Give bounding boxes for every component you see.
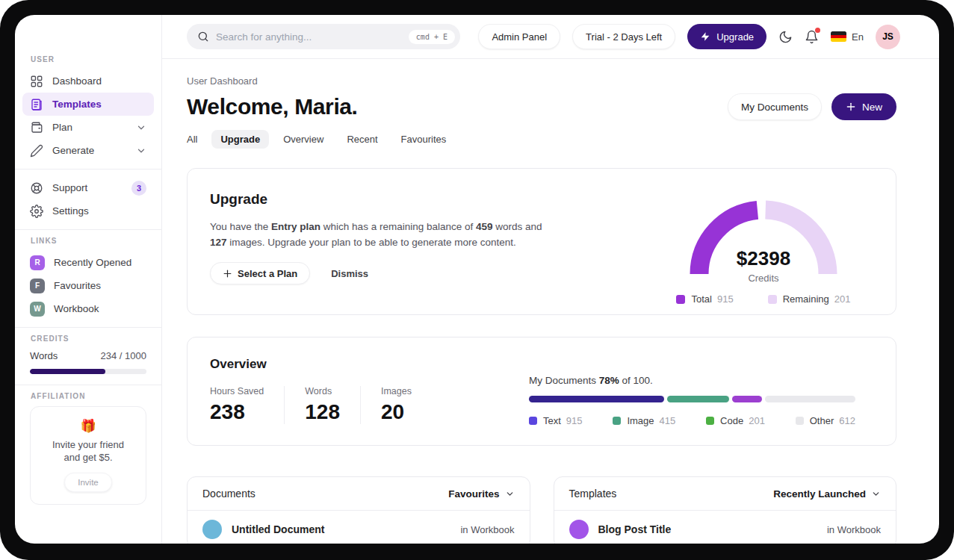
sidebar-item-dashboard[interactable]: Dashboard [22,69,154,93]
overview-card-left: Overview Hours Saved 238 Words 128 Image… [210,357,412,426]
document-location: in Workbook [460,524,514,535]
sidebar-item-label: Support [52,182,87,193]
admin-panel-button[interactable]: Admin Panel [478,24,560,49]
tab-overview[interactable]: Overview [274,130,332,149]
gauge-chart: $2398 Credits [674,191,853,284]
chevron-down-icon [505,489,515,499]
sidebar-item-templates[interactable]: Templates [22,93,154,116]
upgrade-card-text: You have the Entry plan which has a rema… [210,219,545,250]
lifebuoy-icon [30,181,43,195]
sidebar-link-workbook[interactable]: W Workbook [22,297,154,320]
chevron-down-icon [871,489,881,499]
dark-mode-toggle[interactable] [778,30,793,44]
search-input[interactable] [216,31,402,43]
breadcrumb: User Dashboard [187,75,896,87]
sidebar-link-favourites[interactable]: F Favourites [22,274,154,297]
sidebar-item-label: Settings [52,205,89,217]
tab-upgrade[interactable]: Upgrade [211,130,269,149]
topbar: cmd + E Admin Panel Trial - 2 Days Left … [162,15,939,59]
credits-row: Words 234 / 1000 [30,350,146,361]
sidebar-section-affiliation: AFFILIATION [31,392,146,400]
bolt-icon [700,31,710,42]
overview-card: Overview Hours Saved 238 Words 128 Image… [187,337,896,446]
overview-stats: Hours Saved 238 Words 128 Images 20 [210,386,412,424]
document-row[interactable]: Untitled Document in Workbook [188,511,530,544]
templates-card-header: Templates Recently Launched [554,477,896,511]
sidebar-item-label: Dashboard [52,75,102,87]
dismiss-button[interactable]: Dismiss [331,268,368,279]
credits-metric-value: 234 / 1000 [101,350,146,361]
usage-caption: My Documents 78% of 100. [529,375,855,386]
search-bar[interactable]: cmd + E [187,24,460,49]
tab-all[interactable]: All [178,130,206,149]
sidebar-item-label: Templates [52,99,102,110]
templates-filter-dropdown[interactable]: Recently Launched [773,488,881,500]
templates-card-title: Templates [569,488,617,500]
sidebar-item-plan[interactable]: Plan [22,116,154,139]
user-avatar[interactable]: JS [876,25,900,49]
notifications-button[interactable] [805,30,819,44]
credits-gauge: $2398 Credits Total 915 Remaining [673,191,854,292]
divider [15,169,161,169]
stacked-progress-bar [529,396,855,402]
sidebar-item-label: Favourites [54,280,101,291]
gear-icon [30,205,43,218]
divider [15,327,161,328]
search-icon [197,31,209,43]
upgrade-card-title: Upgrade [210,191,545,208]
chevron-down-icon [136,122,146,133]
template-name: Blog Post Title [598,523,672,535]
language-selector[interactable]: En [831,31,864,43]
content-area: User Dashboard Welcome, Maria. My Docume… [162,59,939,544]
page-header-row: Welcome, Maria. My Documents New [187,93,896,120]
chevron-down-icon [136,146,146,156]
usage-legend: Text 915 Image 415 Code 201 [529,415,855,426]
language-label: En [852,31,864,43]
sidebar-item-settings[interactable]: Settings [22,199,154,223]
bottom-cards-row: Documents Favourites Untitled Document i… [187,476,896,544]
tab-favourites[interactable]: Favourites [392,130,456,149]
document-name: Untitled Document [232,523,324,535]
trial-status-button[interactable]: Trial - 2 Days Left [572,24,675,49]
german-flag-icon [831,31,846,42]
template-row[interactable]: Blog Post Title in Workbook [554,511,896,544]
legend-item-image: Image 415 [613,415,675,426]
sidebar-link-recently-opened[interactable]: R Recently Opened [22,251,154,274]
page-title: Welcome, Maria. [187,94,358,119]
affiliation-card: 🎁 Invite your friend and get $5. Invite [30,406,146,505]
sidebar-item-label: Workbook [54,303,99,314]
legend-swatch [676,295,685,304]
bar-segment-code [732,396,762,402]
templates-icon [30,98,43,111]
upgrade-card-left: Upgrade You have the Entry plan which ha… [210,191,545,292]
plus-icon [223,269,232,279]
gauge-center-text: $2398 Credits [674,247,853,284]
sidebar: USER Dashboard Templates Plan Generate S… [15,15,162,544]
link-initial-badge: R [30,255,45,270]
legend-item-remaining: Remaining 201 [768,293,851,305]
sidebar-section-user: USER [31,55,146,63]
tab-recent[interactable]: Recent [338,130,386,149]
stat-words: Words 128 [305,386,361,424]
document-avatar [202,520,222,539]
sidebar-item-generate[interactable]: Generate [22,139,154,162]
gauge-legend: Total 915 Remaining 201 [676,293,850,305]
pencil-icon [30,144,43,158]
documents-card: Documents Favourites Untitled Document i… [187,476,530,544]
invite-button[interactable]: Invite [64,473,112,492]
credits-progress-fill [30,369,105,374]
legend-swatch [529,417,537,425]
documents-card-header: Documents Favourites [188,477,530,511]
link-initial-badge: W [30,302,45,317]
plus-icon [846,102,856,112]
moon-icon [778,30,793,44]
documents-card-title: Documents [202,488,255,500]
select-plan-button[interactable]: Select a Plan [210,262,310,284]
sidebar-item-support[interactable]: Support 3 [22,176,154,199]
documents-filter-dropdown[interactable]: Favourites [448,488,514,500]
my-documents-button[interactable]: My Documents [728,93,822,120]
new-button[interactable]: New [831,93,896,120]
legend-swatch [796,417,804,425]
upgrade-button[interactable]: Upgrade [687,24,766,49]
gauge-label: Credits [674,273,853,284]
